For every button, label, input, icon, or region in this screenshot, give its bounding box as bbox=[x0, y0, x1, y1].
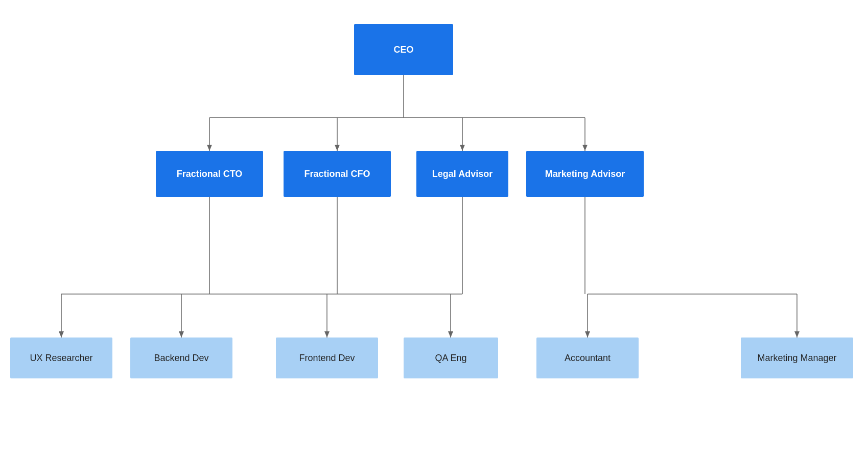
marketing-node: Marketing Advisor bbox=[526, 151, 644, 197]
svg-marker-25 bbox=[794, 331, 800, 338]
svg-marker-8 bbox=[460, 145, 465, 151]
legal-node: Legal Advisor bbox=[416, 151, 508, 197]
cto-node: Fractional CTO bbox=[156, 151, 263, 197]
svg-marker-16 bbox=[59, 331, 64, 338]
mktmgr-node: Marketing Manager bbox=[741, 338, 853, 378]
svg-marker-24 bbox=[585, 331, 590, 338]
ux-node: UX Researcher bbox=[10, 338, 112, 378]
svg-marker-18 bbox=[324, 331, 330, 338]
svg-marker-9 bbox=[582, 145, 588, 151]
svg-line-26 bbox=[451, 197, 462, 294]
accountant-node: Accountant bbox=[536, 338, 639, 378]
org-chart: CEO Fractional CTO Fractional CFO Legal … bbox=[0, 0, 868, 450]
qa-node: QA Eng bbox=[404, 338, 498, 378]
svg-marker-19 bbox=[448, 331, 453, 338]
frontend-node: Frontend Dev bbox=[276, 338, 378, 378]
cfo-node: Fractional CFO bbox=[284, 151, 391, 197]
backend-node: Backend Dev bbox=[130, 338, 232, 378]
svg-marker-17 bbox=[179, 331, 184, 338]
ceo-node: CEO bbox=[354, 24, 453, 75]
svg-marker-7 bbox=[335, 145, 340, 151]
svg-marker-6 bbox=[207, 145, 212, 151]
